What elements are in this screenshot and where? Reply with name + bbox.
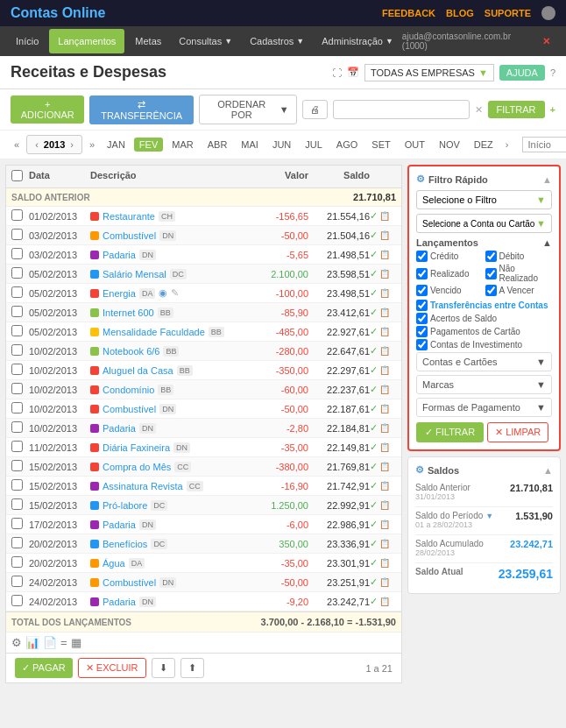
row-checkbox[interactable] xyxy=(11,402,23,413)
check-done-icon[interactable]: ✓ xyxy=(370,422,378,434)
saldos-collapse-icon[interactable]: ▲ xyxy=(543,465,553,476)
clear-filter-button[interactable]: ✕ LIMPAR xyxy=(487,422,548,442)
check-done-icon[interactable]: ✓ xyxy=(370,461,378,472)
desc-link[interactable]: Benefícios xyxy=(103,539,147,549)
excluir-button[interactable]: ✕ EXCLUIR xyxy=(78,658,146,678)
copy-icon[interactable]: 📋 xyxy=(379,288,390,298)
row-checkbox[interactable] xyxy=(11,364,23,375)
desc-link[interactable]: Compra do Mês xyxy=(103,462,171,472)
desc-link[interactable]: Combustível xyxy=(103,577,156,588)
nav-lancamentos[interactable]: Lançamentos xyxy=(49,29,124,53)
month-mar[interactable]: MAR xyxy=(166,138,198,152)
row-checkbox[interactable] xyxy=(11,460,23,471)
check-done-icon[interactable]: ✓ xyxy=(370,596,378,607)
transfer-button[interactable]: ⇄ TRANSFERÊNCIA xyxy=(89,95,193,124)
equals-icon[interactable]: = xyxy=(60,636,67,649)
investimento-checkbox[interactable] xyxy=(416,339,428,350)
check-done-icon[interactable]: ✓ xyxy=(370,210,378,222)
copy-icon[interactable]: 📋 xyxy=(379,423,390,433)
nav-inicio[interactable]: Início xyxy=(7,29,47,53)
contas-section[interactable]: Contas e Cartões ▼ xyxy=(416,352,552,371)
check-done-icon[interactable]: ✓ xyxy=(370,442,378,453)
copy-icon[interactable]: 📋 xyxy=(379,577,390,587)
conta-select[interactable]: Selecione a Conta ou Cartão ▼ xyxy=(416,214,552,233)
apply-filter-button[interactable]: ✓ FILTRAR xyxy=(416,422,484,442)
check-done-icon[interactable]: ✓ xyxy=(370,326,378,337)
naorealizado-checkbox[interactable] xyxy=(485,268,497,279)
desc-link[interactable]: Aluguel da Casa xyxy=(103,365,173,376)
copy-icon[interactable]: 📋 xyxy=(379,365,390,375)
check-done-icon[interactable]: ✓ xyxy=(370,403,378,414)
acertos-checkbox[interactable] xyxy=(416,313,428,324)
desc-link[interactable]: Combustível xyxy=(103,404,156,414)
grid-icon[interactable]: ▦ xyxy=(71,636,81,649)
desc-link[interactable]: Notebook 6/6 xyxy=(103,346,159,357)
copy-icon[interactable]: 📋 xyxy=(379,558,390,568)
copy-icon[interactable]: 📋 xyxy=(379,250,390,259)
nav-consultas[interactable]: Consultas ▼ xyxy=(170,29,241,53)
copy-icon[interactable]: 📋 xyxy=(379,404,390,413)
row-checkbox[interactable] xyxy=(11,267,23,279)
month-nov[interactable]: NOV xyxy=(434,138,465,152)
check-done-icon[interactable]: ✓ xyxy=(370,364,378,376)
row-checkbox[interactable] xyxy=(11,595,23,606)
check-done-icon[interactable]: ✓ xyxy=(370,268,378,279)
desc-link[interactable]: Internet 600 xyxy=(103,307,154,318)
year-right-icon[interactable]: › xyxy=(67,138,77,152)
check-done-icon[interactable]: ✓ xyxy=(370,287,378,299)
check-done-icon[interactable]: ✓ xyxy=(370,576,378,588)
desc-link[interactable]: Combustível xyxy=(103,230,156,241)
month-out[interactable]: OUT xyxy=(400,138,430,152)
pagamentos-checkbox[interactable] xyxy=(416,326,428,337)
row-checkbox[interactable] xyxy=(11,229,23,240)
row-checkbox[interactable] xyxy=(11,479,23,491)
row-checkbox[interactable] xyxy=(11,248,23,259)
check-done-icon[interactable]: ✓ xyxy=(370,384,378,395)
copy-icon[interactable]: 📋 xyxy=(379,481,390,491)
calendar-icon[interactable]: 📅 xyxy=(347,67,359,78)
copy-icon[interactable]: 📋 xyxy=(379,385,390,394)
blog-link[interactable]: BLOG xyxy=(446,8,474,18)
check-done-icon[interactable]: ✓ xyxy=(370,230,378,241)
month-mai[interactable]: MAI xyxy=(236,138,264,152)
copy-icon[interactable]: 📋 xyxy=(379,230,390,240)
desc-link[interactable]: Padaria xyxy=(103,597,136,607)
month-dez[interactable]: DEZ xyxy=(469,138,499,152)
print-button[interactable]: 🖨 xyxy=(302,100,328,119)
ajuda-button[interactable]: AJUDA xyxy=(499,65,545,81)
download-button[interactable]: ⬇ xyxy=(152,658,175,678)
month-ago[interactable]: AGO xyxy=(331,138,363,152)
desc-link[interactable]: Condomínio xyxy=(103,385,154,395)
filtrar-button[interactable]: FILTRAR xyxy=(488,101,545,118)
row-checkbox[interactable] xyxy=(11,556,23,568)
copy-icon[interactable]: 📋 xyxy=(379,539,390,548)
filtro-select[interactable]: Selecione o Filtro ▼ xyxy=(416,190,552,209)
desc-link[interactable]: Pró-labore xyxy=(103,500,147,511)
copy-icon[interactable]: 📋 xyxy=(379,442,390,452)
desc-link[interactable]: Restaurante xyxy=(103,211,155,222)
check-done-icon[interactable]: ✓ xyxy=(370,345,378,357)
month-jul[interactable]: JUL xyxy=(300,138,328,152)
marcas-section[interactable]: Marcas ▼ xyxy=(416,375,552,394)
copy-icon[interactable]: 📋 xyxy=(379,346,390,356)
row-checkbox[interactable] xyxy=(11,576,23,587)
suporte-link[interactable]: SUPORTE xyxy=(485,8,531,18)
copy-icon[interactable]: 📋 xyxy=(379,500,390,510)
row-checkbox[interactable] xyxy=(11,383,23,394)
year-left-icon[interactable]: ‹ xyxy=(32,138,42,152)
row-checkbox[interactable] xyxy=(11,518,23,529)
check-done-icon[interactable]: ✓ xyxy=(370,480,378,491)
desc-link[interactable]: Água xyxy=(103,558,125,569)
avencer-checkbox[interactable] xyxy=(485,285,497,296)
check-done-icon[interactable]: ✓ xyxy=(370,249,378,260)
copy-icon[interactable]: 📋 xyxy=(379,597,390,606)
month-jun[interactable]: JUN xyxy=(267,138,296,152)
feedback-link[interactable]: FEEDBACK xyxy=(382,8,435,18)
ordenar-button[interactable]: ORDENAR POR ▼ xyxy=(199,95,297,124)
vencido-checkbox[interactable] xyxy=(416,285,428,296)
search-input[interactable] xyxy=(333,100,470,119)
year-next-icon[interactable]: » xyxy=(86,138,98,152)
nav-metas[interactable]: Metas xyxy=(126,29,170,53)
check-done-icon[interactable]: ✓ xyxy=(370,307,378,318)
copy-icon[interactable]: 📋 xyxy=(379,462,390,471)
